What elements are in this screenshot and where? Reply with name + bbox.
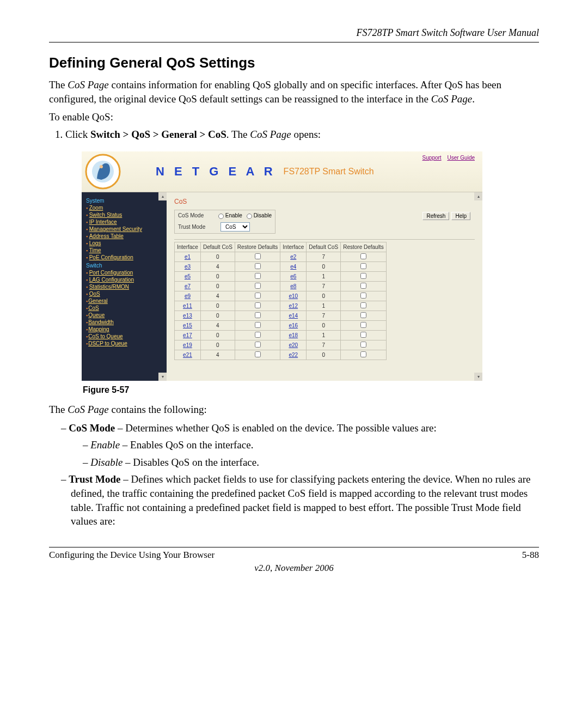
brand-name: N E T G E A R <box>156 165 276 179</box>
default-cos-cell: 0 <box>307 320 341 330</box>
table-row: e154e160 <box>175 320 387 330</box>
interface-link[interactable]: e16 <box>289 322 298 328</box>
interface-link[interactable]: e12 <box>289 303 298 309</box>
restore-defaults-checkbox[interactable] <box>360 342 366 348</box>
default-cos-cell: 0 <box>200 281 235 291</box>
sidebar-item-poe-configuration[interactable]: PoE Configuration <box>89 254 133 260</box>
cos-mode-enable-radio[interactable] <box>218 214 224 219</box>
th-default-cos: Default CoS <box>200 242 235 252</box>
restore-defaults-checkbox[interactable] <box>255 351 261 357</box>
interface-link[interactable]: e15 <box>183 322 192 328</box>
interface-link[interactable]: e20 <box>289 342 298 348</box>
interface-link[interactable]: e22 <box>289 352 298 358</box>
table-row: e130e147 <box>175 311 387 320</box>
intro-paragraph: The CoS Page contains information for en… <box>49 78 539 106</box>
sidebar-item-logs[interactable]: Logs <box>89 240 101 246</box>
table-row: e190e207 <box>175 340 387 350</box>
sidebar-item-management-security[interactable]: Management Security <box>89 226 142 232</box>
default-cos-cell: 4 <box>200 320 235 330</box>
sidebar-item-bandwidth[interactable]: Bandwidth <box>88 319 114 325</box>
footer-version: v2.0, November 2006 <box>49 563 539 574</box>
sidebar-item-mapping[interactable]: Mapping <box>88 326 109 332</box>
sidebar-item-lag-configuration[interactable]: LAG Configuration <box>89 277 134 283</box>
trust-mode-select[interactable]: CoS <box>220 222 250 232</box>
restore-defaults-checkbox[interactable] <box>360 332 366 338</box>
sidebar-item-queue[interactable]: Queue <box>88 312 105 318</box>
scrollbar-down-icon[interactable]: ▾ <box>158 373 167 381</box>
sidebar-item-dscp-to-queue[interactable]: DSCP to Queue <box>88 340 127 346</box>
scrollbar-up-icon[interactable]: ▴ <box>158 192 167 200</box>
main-scrollbar-up-icon[interactable]: ▴ <box>474 192 482 200</box>
default-cos-cell: 0 <box>200 301 235 311</box>
th-restore-defaults: Restore Defaults <box>341 242 386 252</box>
default-cos-cell: 0 <box>307 350 341 360</box>
sidebar-item-cos[interactable]: CoS <box>88 305 99 311</box>
text: – Disables QoS on the interface. <box>122 457 259 468</box>
cos-page-ref: CoS Page <box>250 129 291 140</box>
sidebar-item-ip-interface[interactable]: IP Interface <box>89 219 117 225</box>
sidebar-item-address-table[interactable]: Address Table <box>89 233 124 239</box>
interface-link[interactable]: e6 <box>290 273 296 279</box>
restore-defaults-checkbox[interactable] <box>360 293 366 299</box>
bullet-cos-mode: CoS Mode – Determines whether QoS is ena… <box>71 421 539 470</box>
cos-mode-disable-radio[interactable] <box>247 214 252 219</box>
restore-defaults-checkbox[interactable] <box>360 263 366 269</box>
text: – Determines whether QoS is enabled on t… <box>115 422 437 434</box>
user-guide-link[interactable]: User Guide <box>447 155 475 161</box>
interface-link[interactable]: e10 <box>289 293 298 299</box>
interface-link[interactable]: e19 <box>183 342 192 348</box>
sidebar-item-general[interactable]: General <box>88 298 108 304</box>
interface-link[interactable]: e7 <box>185 283 191 289</box>
restore-defaults-checkbox[interactable] <box>255 332 261 338</box>
doc-header: FS728TP Smart Switch Software User Manua… <box>49 27 539 42</box>
interface-link[interactable]: e9 <box>185 293 191 299</box>
default-cos-cell: 4 <box>200 291 235 301</box>
sidebar-item-time[interactable]: Time <box>89 247 101 253</box>
restore-defaults-checkbox[interactable] <box>255 253 261 259</box>
sidebar-item-switch-status[interactable]: Switch Status <box>89 212 122 218</box>
interface-link[interactable]: e5 <box>185 273 191 279</box>
restore-defaults-checkbox[interactable] <box>360 351 366 357</box>
default-cos-cell: 0 <box>200 252 235 261</box>
sidebar-item-statistics-rmon[interactable]: Statistics/RMON <box>89 284 129 290</box>
restore-defaults-checkbox[interactable] <box>360 253 366 259</box>
help-button[interactable]: Help <box>451 212 470 220</box>
restore-defaults-checkbox[interactable] <box>360 273 366 279</box>
restore-defaults-checkbox[interactable] <box>255 302 261 308</box>
default-cos-cell: 1 <box>307 330 341 340</box>
main-scrollbar-down-icon[interactable]: ▾ <box>474 373 482 381</box>
interface-link[interactable]: e11 <box>183 303 192 309</box>
interface-link[interactable]: e8 <box>290 283 296 289</box>
sidebar-item-zoom[interactable]: Zoom <box>89 205 103 211</box>
restore-defaults-checkbox[interactable] <box>255 312 261 318</box>
default-cos-cell: 7 <box>307 252 341 261</box>
enable-radio-label: Enable <box>225 212 242 218</box>
text: opens: <box>291 129 321 140</box>
default-cos-cell: 0 <box>307 291 341 301</box>
interface-link[interactable]: e2 <box>290 254 296 260</box>
restore-defaults-checkbox[interactable] <box>255 322 261 328</box>
restore-defaults-checkbox[interactable] <box>255 273 261 279</box>
sidebar-item-qos[interactable]: QoS <box>89 291 100 297</box>
interface-link[interactable]: e14 <box>289 313 298 319</box>
restore-defaults-checkbox[interactable] <box>255 263 261 269</box>
interface-link[interactable]: e18 <box>289 332 298 338</box>
restore-defaults-checkbox[interactable] <box>255 342 261 348</box>
interface-link[interactable]: e13 <box>183 313 192 319</box>
restore-defaults-checkbox[interactable] <box>255 283 261 289</box>
interface-link[interactable]: e17 <box>183 332 192 338</box>
restore-defaults-checkbox[interactable] <box>360 322 366 328</box>
refresh-button[interactable]: Refresh <box>422 212 449 220</box>
interface-link[interactable]: e21 <box>183 352 192 358</box>
restore-defaults-checkbox[interactable] <box>360 283 366 289</box>
bullet-enable: Enable – Enables QoS on the interface. <box>93 438 539 452</box>
restore-defaults-checkbox[interactable] <box>360 312 366 318</box>
interface-link[interactable]: e4 <box>290 264 296 270</box>
restore-defaults-checkbox[interactable] <box>255 293 261 299</box>
sidebar-item-cos-to-queue[interactable]: CoS to Queue <box>88 333 122 339</box>
support-link[interactable]: Support <box>422 155 442 161</box>
interface-link[interactable]: e1 <box>185 254 191 260</box>
restore-defaults-checkbox[interactable] <box>360 302 366 308</box>
sidebar-item-port-configuration[interactable]: Port Configuration <box>89 270 133 276</box>
interface-link[interactable]: e3 <box>185 264 191 270</box>
